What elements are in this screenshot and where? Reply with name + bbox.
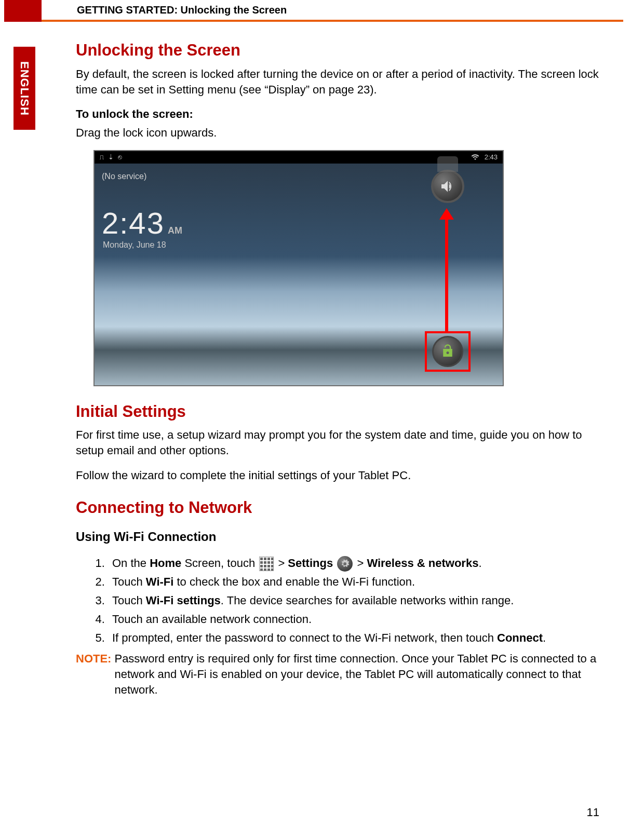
lockscreen-clock: 2:43 AM [102,203,182,243]
to-unlock-body: Drag the lock icon upwards. [76,125,602,141]
clock-time: 2:43 [102,203,165,243]
header-accent-block [4,0,42,22]
settings-gear-icon [337,556,353,572]
speaker-icon [439,178,456,195]
unlock-icon [440,344,455,359]
status-time: 2:43 [485,153,498,162]
lock-slider [432,336,463,367]
clock-ampm: AM [168,224,182,237]
page-content: Unlocking the Screen By default, the scr… [76,39,602,698]
step-5: If prompted, enter the password to conne… [108,630,602,646]
status-icon: ⇣ [108,153,114,162]
language-tab: ENGLISH [14,47,35,130]
section-title-initial: Initial Settings [76,401,602,423]
breadcrumb: GETTING STARTED: Unlocking the Screen [77,4,287,16]
page-header: GETTING STARTED: Unlocking the Screen [42,0,623,22]
step-4: Touch an available network connection. [108,611,602,628]
status-icon: ⎋ [118,153,122,162]
initial-p1: For first time use, a setup wizard may p… [76,427,602,458]
wifi-steps-list: On the Home Screen, touch > Settings > W… [108,555,602,646]
clock-date: Monday, June 18 [103,239,166,251]
to-unlock-label: To unlock the screen: [76,106,602,122]
note-text: Password entry is required only for firs… [114,651,602,697]
lock-highlight-box [425,331,471,372]
step-2: Touch Wi-Fi to check the box and enable … [108,574,602,590]
no-service-label: (No service) [102,171,146,182]
step-3: Touch Wi-Fi settings. The device searche… [108,592,602,609]
lockscreen-screenshot: ⎍ ⇣ ⎋ 2:43 (No service) 2:43 AM Monday, … [93,150,504,386]
wifi-icon [471,154,479,160]
subsection-wifi: Using Wi-Fi Connection [76,529,602,545]
apps-grid-icon [259,557,274,571]
section-title-network: Connecting to Network [76,497,602,519]
page-number: 11 [587,806,599,819]
step-1: On the Home Screen, touch > Settings > W… [108,555,602,572]
status-icon: ⎍ [100,153,104,162]
section-title-unlocking: Unlocking the Screen [76,39,602,61]
drag-arrow-annotation [442,208,451,333]
sound-toggle-target [431,170,464,203]
note-block: NOTE: Password entry is required only fo… [76,651,602,697]
intro-paragraph: By default, the screen is locked after t… [76,66,602,97]
note-label: NOTE: [76,651,111,697]
initial-p2: Follow the wizard to complete the initia… [76,468,602,483]
